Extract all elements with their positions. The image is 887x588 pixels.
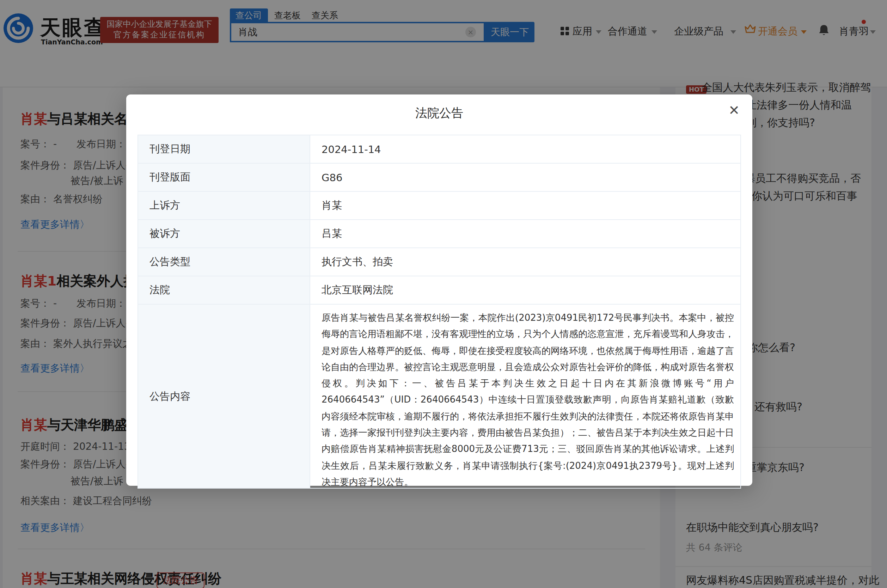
table-row: 被诉方 吕某 xyxy=(138,220,740,248)
row-label: 上诉方 xyxy=(138,192,310,219)
row-value: G86 xyxy=(310,164,740,191)
announcement-table: 刊登日期 2024-11-14 刊登版面 G86 上诉方 肖某 被诉方 吕某 公… xyxy=(138,135,741,489)
table-row: 刊登版面 G86 xyxy=(138,164,740,192)
row-label: 被诉方 xyxy=(138,220,310,248)
row-label: 刊登版面 xyxy=(138,164,310,191)
table-row: 法院 北京互联网法院 xyxy=(138,276,740,304)
table-row: 上诉方 肖某 xyxy=(138,192,740,220)
announcement-content: 原告肖某与被告吕某名誉权纠纷一案，本院作出(2023)京0491民初172号民事… xyxy=(321,309,734,490)
row-value: 吕某 xyxy=(310,220,740,248)
row-value: 北京互联网法院 xyxy=(310,276,740,304)
table-row: 刊登日期 2024-11-14 xyxy=(138,135,740,164)
row-label: 公告内容 xyxy=(138,304,310,488)
row-label: 公告类型 xyxy=(138,248,310,276)
row-value: 执行文书、拍卖 xyxy=(310,248,740,276)
court-announcement-modal: 法院公告 ✕ 刊登日期 2024-11-14 刊登版面 G86 上诉方 肖某 被… xyxy=(126,94,752,486)
table-row: 公告类型 执行文书、拍卖 xyxy=(138,248,740,276)
modal-title: 法院公告 xyxy=(126,105,752,121)
close-icon[interactable]: ✕ xyxy=(728,102,740,118)
row-value: 肖某 xyxy=(310,192,740,219)
row-label: 刊登日期 xyxy=(138,135,310,163)
row-value: 2024-11-14 xyxy=(310,135,740,163)
row-label: 法院 xyxy=(138,276,310,304)
table-row-content: 公告内容 原告肖某与被告吕某名誉权纠纷一案，本院作出(2023)京0491民初1… xyxy=(138,304,740,488)
